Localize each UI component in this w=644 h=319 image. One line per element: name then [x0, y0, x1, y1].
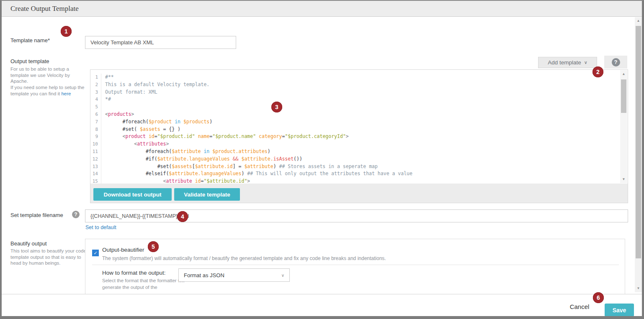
line-number: 15 — [90, 178, 101, 184]
editor-scrollbar[interactable]: ▲ ▼ — [620, 70, 627, 183]
code-line: 9 <product id="$product.id" name="$produ… — [90, 133, 628, 140]
line-number: 3 — [90, 89, 101, 96]
code-line: 12 #if($attribute.languageValues && $att… — [90, 156, 628, 163]
code-text: #foreach($product in $products) — [101, 118, 212, 126]
annotation-badge-1: 1 — [61, 26, 72, 37]
line-number: 10 — [90, 140, 101, 148]
page-title: Create Output Template — [10, 5, 79, 13]
code-line: 6<products> — [90, 111, 628, 118]
code-line: 11 #foreach($attribute in $product.attri… — [90, 148, 628, 156]
code-line: 10 <attributes> — [90, 140, 628, 148]
checkmark-icon: ✓ — [93, 250, 97, 256]
code-line: 1#** — [90, 74, 628, 81]
code-text: <attributes> — [101, 140, 169, 148]
chevron-down-icon: ∨ — [584, 60, 587, 65]
page-scrollbar-thumb[interactable] — [636, 26, 641, 258]
output-template-panel: 1#**2This is a default Velocity template… — [90, 69, 628, 203]
output-template-label: Output template — [10, 58, 49, 64]
format-select-dropdown[interactable]: Format as JSON ∨ — [178, 268, 290, 282]
template-name-input[interactable] — [85, 36, 236, 49]
validate-template-button[interactable]: Validate template — [174, 188, 240, 201]
code-text: #set($assets[$attribute.id] = $attribute… — [101, 163, 378, 171]
select-chevron-down-icon: ∨ — [281, 273, 284, 278]
annotation-badge-4: 4 — [177, 211, 188, 222]
code-text: #if($attribute.languageValues && $attrib… — [101, 156, 302, 163]
annotation-badge-3: 3 — [271, 102, 282, 112]
footer-bar: Cancel Save — [2, 294, 642, 316]
filename-input[interactable] — [85, 209, 628, 222]
code-text: #set( $assets = {} ) — [101, 126, 180, 133]
window-header: Create Output Template — [2, 1, 642, 17]
annotation-badge-2: 2 — [592, 66, 603, 77]
format-output-label: How to format the output: — [102, 270, 166, 276]
code-line: 15 <attribute id="$attribute.id"> — [90, 178, 628, 184]
template-help-button[interactable]: ? — [604, 56, 627, 69]
line-number: 7 — [90, 118, 101, 126]
page-scroll-down-icon[interactable]: ▼ — [635, 286, 642, 291]
velocity-code-editor[interactable]: 1#**2This is a default Velocity template… — [90, 70, 628, 184]
editor-scroll-down-icon[interactable]: ▼ — [620, 176, 627, 182]
add-template-button[interactable]: Add template ∨ — [538, 57, 597, 68]
annotation-badge-5: 5 — [148, 241, 159, 252]
template-name-label: Template name* — [10, 37, 50, 43]
cancel-button[interactable]: Cancel — [563, 301, 596, 311]
code-line: 3Output format: XML — [90, 89, 628, 96]
format-output-help: Select the format that the formatter wil… — [102, 278, 191, 291]
beautify-panel: ✓ Output-beautifier The system (formatte… — [85, 239, 625, 294]
page-scrollbar[interactable]: ▲ ▼ — [635, 17, 642, 292]
line-number: 11 — [90, 148, 101, 156]
beautify-help: This tool aims to beautify your code tem… — [10, 248, 87, 266]
code-line: 8 #set( $assets = {} ) — [90, 126, 628, 133]
code-text: This is a default Velocity template. — [101, 81, 209, 89]
add-template-button-label: Add template — [548, 59, 581, 66]
question-mark-icon: ? — [612, 58, 620, 66]
code-text: <product id="$product.id" name="$product… — [101, 133, 349, 140]
code-text: #foreach($attribute in $product.attribut… — [101, 148, 270, 156]
code-line: 7 #foreach($product in $products) — [90, 118, 628, 126]
output-template-help-text-1: For us to be able to setup a template we… — [10, 66, 70, 84]
code-text: #** — [101, 74, 114, 81]
annotation-badge-6: 6 — [593, 292, 604, 303]
code-text: <products> — [101, 111, 134, 118]
save-button[interactable]: Save — [605, 304, 634, 316]
code-line: 5 — [90, 103, 628, 111]
output-beautifier-checkbox[interactable]: ✓ — [92, 250, 99, 256]
filename-help-icon[interactable]: ? — [72, 211, 80, 218]
beautify-divider — [92, 265, 619, 265]
code-lines: 1#**2This is a default Velocity template… — [90, 70, 628, 184]
output-template-help-text-2: If you need some help to setup the templ… — [10, 85, 84, 96]
code-line: 13 #set($assets[$attribute.id] = $attrib… — [90, 163, 628, 171]
format-select-value: Format as JSON — [184, 272, 224, 278]
line-number: 5 — [90, 103, 101, 111]
output-beautifier-description: The system (formatter) will automaticall… — [102, 255, 605, 261]
line-number: 6 — [90, 111, 101, 118]
line-number: 1 — [90, 74, 101, 81]
line-number: 8 — [90, 126, 101, 133]
line-number: 13 — [90, 163, 101, 171]
line-number: 9 — [90, 133, 101, 140]
page-scroll-up-icon[interactable]: ▲ — [635, 18, 642, 24]
line-number: 12 — [90, 156, 101, 163]
code-text: *# — [101, 96, 111, 103]
output-template-help: For us to be able to setup a template we… — [10, 66, 87, 97]
set-to-default-link[interactable]: Set to default — [85, 225, 116, 230]
line-number: 2 — [90, 81, 101, 89]
create-output-template-window: Create Output Template 1 2 3 4 5 6 Templ… — [0, 0, 644, 319]
code-text: Output format: XML — [101, 89, 157, 96]
code-line: 14 #elseif($attribute.languageValues) ##… — [90, 170, 628, 178]
code-text: #elseif($attribute.languageValues) ## Th… — [101, 170, 412, 178]
editor-scrollbar-thumb[interactable] — [621, 79, 626, 113]
code-line: 2This is a default Velocity template. — [90, 81, 628, 89]
output-beautifier-label: Output-beautifier — [102, 247, 144, 253]
beautify-label: Beautify output — [10, 240, 47, 247]
filename-label: Set template filename — [10, 212, 63, 218]
download-test-output-button[interactable]: Download test output — [93, 188, 172, 201]
code-line: 4*# — [90, 96, 628, 103]
help-here-link[interactable]: here — [61, 91, 71, 96]
line-number: 4 — [90, 96, 101, 103]
line-number: 14 — [90, 170, 101, 178]
code-text — [101, 103, 105, 111]
code-text: <attribute id="$attribute.id"> — [101, 178, 250, 184]
editor-scroll-up-icon[interactable]: ▲ — [620, 71, 627, 77]
